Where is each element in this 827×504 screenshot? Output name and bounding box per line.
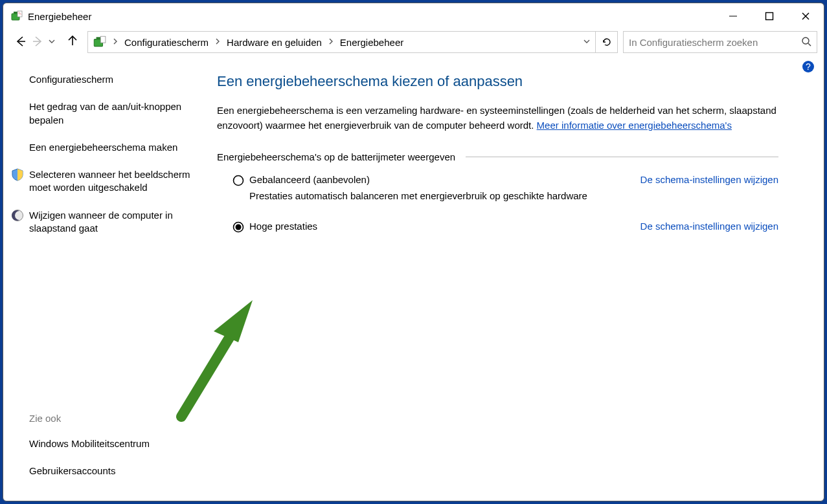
radio-high-performance[interactable] xyxy=(232,221,244,233)
change-settings-link-balanced[interactable]: De schema-instellingen wijzigen xyxy=(640,174,778,185)
power-options-icon xyxy=(10,10,23,23)
svg-point-13 xyxy=(802,38,809,44)
radio-balanced[interactable] xyxy=(232,175,244,186)
breadcrumb-power[interactable]: Energiebeheer xyxy=(336,32,407,52)
svg-point-20 xyxy=(236,224,242,230)
sidebar-link-sleep[interactable]: Wijzigen wanneer de computer in slaapsta… xyxy=(29,209,191,236)
address-dropdown[interactable] xyxy=(578,38,595,46)
svg-point-18 xyxy=(234,175,244,185)
power-options-icon xyxy=(92,35,106,49)
breadcrumb-chevron-icon[interactable] xyxy=(212,38,223,46)
window: Energiebeheer xyxy=(3,3,824,501)
search-input[interactable] xyxy=(629,37,801,48)
plan-balanced-label[interactable]: Gebalanceerd (aanbevolen) xyxy=(249,174,370,185)
sidebar-link-display-off[interactable]: Selecteren wanneer het beeldscherm moet … xyxy=(29,168,191,195)
svg-rect-4 xyxy=(766,13,773,20)
sidebar-item-label: Selecteren wanneer het beeldscherm moet … xyxy=(29,169,190,193)
search-icon[interactable] xyxy=(801,36,811,49)
refresh-button[interactable] xyxy=(595,32,617,52)
see-also-mobility[interactable]: Windows Mobiliteitscentrum xyxy=(29,437,191,450)
minimize-button[interactable] xyxy=(715,3,751,29)
close-button[interactable] xyxy=(787,3,824,29)
sidebar-link-control-panel[interactable]: Configuratiescherm xyxy=(29,73,191,86)
svg-line-14 xyxy=(808,43,811,46)
page-description: Een energiebeheerschema is een verzameli… xyxy=(217,103,778,133)
see-also-header: Zie ook xyxy=(29,412,191,425)
plan-balanced-desc: Prestaties automatisch balanceren met en… xyxy=(217,190,778,201)
main-panel: Een energiebeheerschema kiezen of aanpas… xyxy=(198,61,824,501)
sidebar: Configuratiescherm Het gedrag van de aan… xyxy=(3,61,198,501)
plan-high-performance-row: Hoge prestaties De schema-instellingen w… xyxy=(217,221,778,233)
maximize-button[interactable] xyxy=(751,3,787,29)
breadcrumb-hardware[interactable]: Hardware en geluiden xyxy=(223,32,326,52)
plan-high-performance-label[interactable]: Hoge prestaties xyxy=(249,221,317,232)
divider xyxy=(466,157,778,157)
sidebar-item-label: Wijzigen wanneer de computer in slaapsta… xyxy=(29,210,173,234)
content-area: ? Configuratiescherm Het gedrag van de a… xyxy=(3,58,824,501)
svg-rect-2 xyxy=(17,11,22,17)
breadcrumb-chevron-icon[interactable] xyxy=(326,38,336,46)
plan-balanced-row: Gebalanceerd (aanbevolen) De schema-inst… xyxy=(217,174,778,186)
see-also-accounts[interactable]: Gebruikersaccounts xyxy=(29,465,191,477)
address-bar[interactable]: Configuratiescherm Hardware en geluiden … xyxy=(87,31,618,53)
window-title: Energiebeheer xyxy=(28,11,91,22)
shield-icon xyxy=(11,168,24,181)
sidebar-link-create-plan[interactable]: Een energiebeheerschema maken xyxy=(29,141,191,154)
breadcrumb-control-panel[interactable]: Configuratiescherm xyxy=(120,32,212,52)
svg-rect-1 xyxy=(14,12,17,14)
moon-icon xyxy=(11,209,24,222)
svg-rect-11 xyxy=(96,37,101,39)
sidebar-link-button-behavior[interactable]: Het gedrag van de aan/uit-knoppen bepale… xyxy=(29,100,191,127)
more-info-link[interactable]: Meer informatie over energiebeheerschema… xyxy=(537,120,732,131)
change-settings-link-high-perf[interactable]: De schema-instellingen wijzigen xyxy=(640,221,778,232)
breadcrumb-chevron-icon[interactable] xyxy=(110,38,120,46)
recent-dropdown[interactable] xyxy=(46,38,58,46)
titlebar: Energiebeheer xyxy=(3,3,824,29)
page-heading: Een energiebeheerschema kiezen of aanpas… xyxy=(217,73,778,90)
search-box[interactable] xyxy=(623,31,817,53)
plan-group-header: Energiebeheerschema's op de batterijmete… xyxy=(217,151,778,162)
back-button[interactable] xyxy=(15,36,27,49)
forward-button[interactable] xyxy=(32,36,43,49)
nav-row: Configuratiescherm Hardware en geluiden … xyxy=(3,29,824,58)
svg-rect-12 xyxy=(100,36,106,43)
see-also: Zie ook Windows Mobiliteitscentrum Gebru… xyxy=(29,412,191,494)
up-button[interactable] xyxy=(67,35,78,49)
window-controls xyxy=(715,3,824,29)
